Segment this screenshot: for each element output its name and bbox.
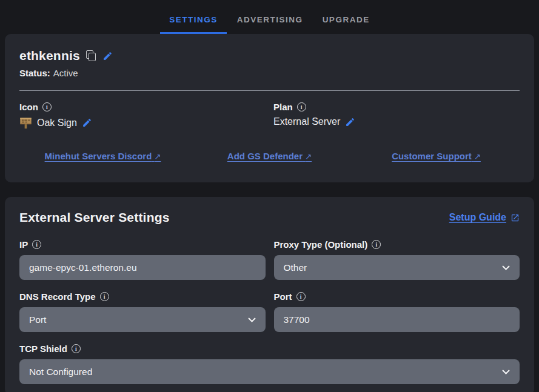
status-label: Status:	[19, 68, 50, 78]
server-overview-card: ethkennis Status:Active Icon	[5, 34, 534, 182]
proxy-type-field-group: Proxy Type (Optional) Other	[274, 239, 520, 280]
icon-label: Icon	[19, 102, 38, 112]
status-value: Active	[53, 68, 78, 78]
setup-guide-link[interactable]: Setup Guide	[449, 212, 520, 223]
port-field-group: Port	[274, 291, 520, 332]
server-plan-value: External Server	[273, 116, 340, 127]
port-label: Port	[274, 291, 292, 302]
info-icon[interactable]	[297, 102, 306, 111]
copy-icon[interactable]	[86, 50, 96, 62]
link-label: Minehut Servers Discord	[45, 151, 152, 161]
link-customer-support[interactable]: Customer Support ↗	[392, 151, 481, 161]
server-icon-value: Oak Sign	[37, 118, 77, 128]
port-input[interactable]	[274, 307, 520, 332]
link-add-gs-defender[interactable]: Add GS Defender ↗	[227, 151, 312, 161]
edit-plan-icon[interactable]	[345, 117, 355, 127]
link-minehut-servers-discord[interactable]: Minehut Servers Discord ↗	[45, 151, 161, 161]
external-settings-title: External Server Settings	[19, 210, 170, 225]
open-in-new-icon	[511, 213, 520, 222]
proxy-type-select[interactable]: Other	[274, 255, 520, 280]
tcp-shield-label: TCP Shield	[19, 344, 67, 354]
tcp-shield-value: Not Configured	[29, 367, 92, 377]
divider	[19, 90, 520, 91]
ip-label: IP	[19, 239, 28, 250]
tcp-shield-select[interactable]: Not Configured	[19, 359, 520, 384]
chevron-down-icon	[502, 265, 510, 270]
external-arrow-icon: ↗	[474, 152, 481, 161]
dns-record-type-field-group: DNS Record Type Port	[19, 291, 266, 332]
proxy-type-label: Proxy Type (Optional)	[274, 239, 368, 250]
server-plan-section: Plan External Server	[273, 102, 520, 129]
chevron-down-icon	[502, 370, 510, 374]
info-icon[interactable]	[100, 292, 109, 301]
dns-record-type-value: Port	[29, 314, 46, 325]
external-arrow-icon: ↗	[154, 152, 161, 161]
tcp-shield-field-group: TCP Shield Not Configured	[19, 344, 520, 384]
link-label: Customer Support	[392, 151, 472, 161]
info-icon[interactable]	[42, 102, 52, 111]
server-status: Status:Active	[19, 68, 520, 78]
top-tab-bar: SETTINGS ADVERTISING UPGRADE	[0, 0, 539, 34]
ip-field-group: IP	[19, 239, 266, 280]
info-icon[interactable]	[32, 240, 41, 249]
edit-server-name-icon[interactable]	[102, 51, 113, 61]
external-server-settings-card: External Server Settings Setup Guide IP …	[5, 197, 534, 392]
proxy-type-value: Other	[284, 262, 307, 273]
server-name: ethkennis	[19, 48, 80, 63]
server-icon-section: Icon Oak Sign	[19, 102, 266, 129]
dns-record-type-label: DNS Record Type	[19, 291, 96, 302]
chevron-down-icon	[248, 317, 256, 322]
tab-advertising[interactable]: ADVERTISING	[228, 4, 312, 34]
info-icon[interactable]	[372, 240, 381, 249]
ip-input[interactable]	[19, 255, 266, 280]
plan-label: Plan	[273, 102, 293, 112]
link-label: Add GS Defender	[227, 151, 303, 161]
tab-settings[interactable]: SETTINGS	[160, 4, 227, 34]
edit-icon-icon[interactable]	[82, 118, 92, 128]
info-icon[interactable]	[72, 344, 81, 353]
external-arrow-icon: ↗	[305, 152, 312, 161]
oak-sign-icon	[19, 116, 32, 129]
setup-guide-label: Setup Guide	[449, 212, 506, 223]
dns-record-type-select[interactable]: Port	[19, 307, 266, 332]
info-icon[interactable]	[296, 292, 306, 301]
tab-upgrade[interactable]: UPGRADE	[313, 4, 379, 34]
